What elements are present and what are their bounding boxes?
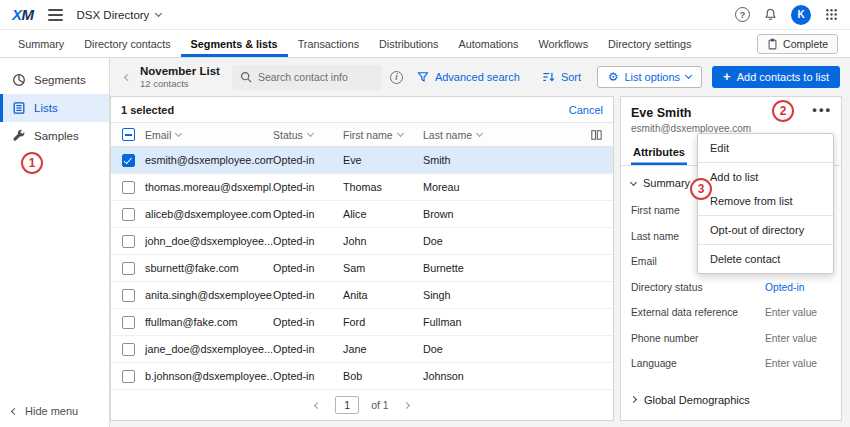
column-header-status[interactable]: Status	[273, 129, 303, 141]
field-label: Phone number	[631, 333, 765, 344]
hide-menu-button[interactable]: Hide menu	[12, 405, 78, 417]
hide-menu-label: Hide menu	[25, 405, 78, 417]
next-page-button[interactable]	[401, 400, 412, 411]
cell-email: john_doe@dsxemployee....	[145, 235, 273, 247]
table-row[interactable]: sburnett@fake.com Opted-in Sam Burnette	[111, 255, 613, 282]
sidebar-item-samples[interactable]: Samples	[0, 122, 109, 150]
back-button[interactable]	[118, 68, 136, 86]
search-input[interactable]	[258, 71, 370, 83]
app-grid-icon[interactable]	[825, 8, 838, 21]
samples-wrench-icon	[12, 129, 26, 143]
table-row[interactable]: b.johnson@dsxemployee.... Opted-in Bob J…	[111, 363, 613, 390]
row-checkbox[interactable]	[122, 316, 135, 329]
field-label: Directory status	[631, 282, 765, 293]
list-options-button[interactable]: ⚙ List options	[597, 66, 702, 88]
row-checkbox[interactable]	[122, 181, 135, 194]
field-value[interactable]: Enter value	[765, 307, 829, 318]
table-row[interactable]: anita.singh@dsxemployee... Opted-in Anit…	[111, 282, 613, 309]
chevron-down-icon	[685, 72, 692, 79]
more-options-button[interactable]: •••	[812, 105, 832, 115]
complete-button[interactable]: Complete	[757, 34, 838, 54]
menu-item-add-to-list[interactable]: Add to list	[698, 165, 833, 189]
current-page-box[interactable]: 1	[335, 396, 359, 414]
field-value-directory-status[interactable]: Opted-in	[765, 282, 829, 293]
tab-workflows[interactable]: Workflows	[528, 30, 598, 57]
cell-first-name: Sam	[343, 262, 423, 274]
cancel-selection-link[interactable]: Cancel	[569, 104, 603, 116]
row-checkbox[interactable]	[122, 208, 135, 221]
directory-name: DSX Directory	[77, 9, 150, 21]
previous-page-button[interactable]	[312, 400, 323, 411]
menu-item-edit[interactable]: Edit	[698, 136, 833, 160]
column-header-email[interactable]: Email	[145, 129, 171, 141]
cell-status: Opted-in	[273, 208, 343, 220]
tab-directory-settings[interactable]: Directory settings	[598, 30, 701, 57]
notifications-bell-icon[interactable]	[764, 8, 777, 21]
page-count-label: of 1	[371, 399, 389, 411]
menu-item-delete-contact[interactable]: Delete contact	[698, 247, 833, 271]
cell-last-name: Moreau	[423, 181, 613, 193]
sidebar-item-lists[interactable]: Lists	[0, 94, 109, 122]
tab-directory-contacts[interactable]: Directory contacts	[74, 30, 180, 57]
cell-first-name: Bob	[343, 370, 423, 382]
advanced-search-label: Advanced search	[435, 71, 520, 83]
cell-first-name: Ford	[343, 316, 423, 328]
sidebar-item-segments[interactable]: Segments	[0, 66, 109, 94]
tab-summary[interactable]: Summary	[8, 30, 74, 57]
cell-first-name: Alice	[343, 208, 423, 220]
tab-transactions[interactable]: Transactions	[288, 30, 369, 57]
table-row[interactable]: jane_doe@dsxemployee.... Opted-in Jane D…	[111, 336, 613, 363]
table-row[interactable]: john_doe@dsxemployee.... Opted-in John D…	[111, 228, 613, 255]
cell-status: Opted-in	[273, 235, 343, 247]
row-checkbox[interactable]	[122, 235, 135, 248]
advanced-search-button[interactable]: Advanced search	[417, 71, 520, 83]
cell-first-name: Thomas	[343, 181, 423, 193]
contact-name: Eve Smith	[631, 106, 831, 120]
chevron-right-icon	[630, 396, 637, 403]
row-checkbox[interactable]	[122, 343, 135, 356]
menu-divider	[698, 244, 833, 245]
menu-item-opt-out-of-directory[interactable]: Opt-out of directory	[698, 218, 833, 242]
tab-automations[interactable]: Automations	[448, 30, 528, 57]
clipboard-icon	[767, 38, 778, 50]
row-checkbox[interactable]	[122, 262, 135, 275]
field-value[interactable]: Enter value	[765, 358, 829, 369]
tab-distributions[interactable]: Distributions	[369, 30, 448, 57]
cell-email: esmith@dsxemployee.com	[145, 154, 273, 166]
cell-email: b.johnson@dsxemployee....	[145, 370, 273, 382]
top-bar: XM DSX Directory ? K	[0, 0, 850, 30]
annotation-callout-1: 1	[21, 152, 43, 174]
hamburger-menu-icon[interactable]	[48, 9, 63, 21]
sort-button[interactable]: Sort	[542, 71, 581, 83]
manage-columns-icon	[590, 129, 603, 141]
annotation-callout-3: 3	[690, 178, 712, 200]
field-value[interactable]: Enter value	[765, 333, 829, 344]
table-row[interactable]: esmith@dsxemployee.com Opted-in Eve Smit…	[111, 147, 613, 174]
cell-first-name: Jane	[343, 343, 423, 355]
global-demographics-section-header[interactable]: Global Demographics	[631, 394, 829, 406]
table-row[interactable]: thomas.moreau@dsxempl... Opted-in Thomas…	[111, 174, 613, 201]
row-checkbox[interactable]	[122, 154, 135, 167]
column-header-first-name[interactable]: First name	[343, 129, 393, 141]
row-checkbox[interactable]	[122, 370, 135, 383]
table-row[interactable]: aliceb@dsxemployee.com Opted-in Alice Br…	[111, 201, 613, 228]
user-avatar[interactable]: K	[791, 5, 811, 25]
search-icon	[240, 71, 252, 83]
tab-segments-and-lists[interactable]: Segments & lists	[181, 30, 288, 57]
select-all-checkbox[interactable]	[122, 128, 135, 141]
app-window: XM DSX Directory ? K Summary Directory c…	[0, 0, 850, 427]
directory-selector[interactable]: DSX Directory	[77, 9, 162, 21]
table-row[interactable]: ffullman@fake.com Opted-in Ford Fullman	[111, 309, 613, 336]
help-icon[interactable]: ?	[735, 7, 750, 22]
info-icon[interactable]: i	[390, 71, 403, 84]
cell-last-name: Singh	[423, 289, 613, 301]
cell-last-name: Johnson	[423, 370, 613, 382]
manage-columns-button[interactable]	[579, 129, 613, 141]
table-header-row: Email Status First name Last name	[111, 123, 613, 147]
add-contacts-to-list-button[interactable]: + Add contacts to list	[712, 66, 840, 88]
chevron-left-icon	[11, 407, 18, 414]
row-checkbox[interactable]	[122, 289, 135, 302]
menu-item-remove-from-list[interactable]: Remove from list	[698, 189, 833, 213]
tab-attributes[interactable]: Attributes	[631, 140, 687, 165]
column-header-last-name[interactable]: Last name	[423, 129, 472, 141]
